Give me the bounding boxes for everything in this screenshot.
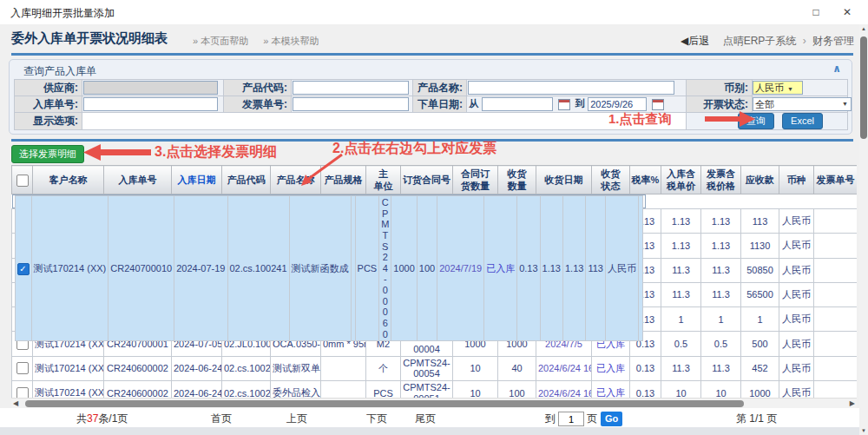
cell-invoice-price-with-tax: 11.3 bbox=[701, 282, 741, 306]
horizontal-scrollbar-thumb[interactable] bbox=[25, 400, 744, 407]
column-header-contract-no[interactable]: 订货合同号 bbox=[401, 166, 453, 194]
inbound-no-label: 入库单号: bbox=[15, 96, 82, 113]
currency-select[interactable]: 人民币▼ bbox=[753, 81, 803, 95]
column-header-invoice-no[interactable]: 发票单号 bbox=[814, 166, 858, 194]
cell-inbound-no: CR240700010 bbox=[108, 196, 174, 341]
cell-currency: 人民币 bbox=[605, 196, 638, 341]
cell-received-qty: 40 bbox=[498, 356, 536, 380]
invoice-status-label: 开票状态: bbox=[687, 96, 753, 113]
cell-receive-status[interactable]: 已入库 bbox=[484, 196, 517, 341]
last-page-link[interactable]: 尾页 bbox=[415, 412, 436, 426]
column-header-inbound-date[interactable]: 入库日期 bbox=[172, 166, 222, 194]
column-header-currency[interactable]: 币种 bbox=[779, 166, 814, 194]
excel-button[interactable]: Excel bbox=[782, 113, 823, 129]
page-header: 委外入库单开票状况明细表 » 本页面帮助 » 本模块帮助 ◀后退 点晴ERP子系… bbox=[0, 24, 859, 53]
scroll-right-icon[interactable]: ▶ bbox=[850, 399, 855, 407]
next-page-link[interactable]: 下页 bbox=[366, 412, 387, 426]
annotation-step1: 1.点击查询 bbox=[608, 111, 672, 128]
cell-receivable: 1000 bbox=[741, 380, 779, 398]
cell-receive-status[interactable]: 已入库 bbox=[592, 356, 630, 380]
select-invoice-detail-button[interactable]: 选择发票明细 bbox=[11, 145, 84, 163]
cell-receivable: 50850 bbox=[741, 258, 779, 282]
column-header-tax-rate[interactable]: 税率% bbox=[630, 166, 661, 194]
cell-invoice-price-with-tax: 11.3 bbox=[701, 258, 741, 282]
vertical-scrollbar[interactable]: ▲ ▼ bbox=[859, 24, 868, 435]
cell-unit-price-with-tax: 1 bbox=[661, 307, 701, 332]
column-header-unit[interactable]: 主 单位 bbox=[366, 166, 401, 194]
cell-unit-price-with-tax: 1.13 bbox=[661, 209, 701, 234]
cell-invoice-no bbox=[814, 234, 858, 258]
calendar-icon[interactable] bbox=[558, 99, 570, 110]
product-name-input[interactable] bbox=[468, 81, 674, 95]
page-help-link[interactable]: » 本页面帮助 bbox=[193, 36, 248, 46]
cell-inbound-date: 2024-06-24 bbox=[172, 380, 222, 398]
date-to-input[interactable] bbox=[588, 97, 647, 111]
cell-currency: 人民币 bbox=[779, 332, 814, 356]
prev-page-link[interactable]: 上页 bbox=[286, 412, 307, 426]
column-header-contract-qty[interactable]: 合同订 货数量 bbox=[453, 166, 498, 194]
cell-unit: PCS bbox=[366, 380, 401, 398]
invoice-no-input[interactable] bbox=[293, 97, 409, 111]
column-header-product-code[interactable]: 产品代码 bbox=[222, 166, 271, 194]
cell-receive-status[interactable]: 已入库 bbox=[592, 380, 630, 398]
cell-receive-date: 2024/7/19 bbox=[437, 196, 484, 341]
page-content: 委外入库单开票状况明细表 » 本页面帮助 » 本模块帮助 ◀后退 点晴ERP子系… bbox=[0, 24, 859, 435]
date-from-label: 从 bbox=[469, 98, 478, 109]
collapse-icon[interactable]: ∧ bbox=[832, 63, 841, 75]
column-header-receive-status[interactable]: 收货 状态 bbox=[592, 166, 630, 194]
column-header-inbound-no[interactable]: 入库单号 bbox=[104, 166, 172, 194]
column-header-invoice-price-with-tax[interactable]: 发票含 税价格 bbox=[701, 166, 741, 194]
first-page-link[interactable]: 首页 bbox=[211, 412, 232, 426]
divider-line bbox=[11, 53, 853, 56]
back-button[interactable]: ◀后退 bbox=[681, 35, 709, 47]
cell-receivable: 56500 bbox=[741, 282, 779, 306]
search-button[interactable]: 查询 bbox=[738, 113, 774, 129]
cell-unit: PCS bbox=[355, 196, 379, 341]
column-header-product-spec[interactable]: 产品规格 bbox=[321, 166, 366, 194]
breadcrumb-section[interactable]: 财务管理 bbox=[812, 35, 854, 47]
vertical-scrollbar-thumb[interactable] bbox=[860, 36, 867, 139]
cell-invoice-price-with-tax: 1.13 bbox=[562, 196, 585, 341]
go-button[interactable]: Go bbox=[601, 412, 622, 426]
invoice-no-label: 发票单号: bbox=[224, 96, 292, 113]
page-info: 第 1/1 页 bbox=[736, 412, 777, 426]
column-header-customer-name[interactable]: 客户名称 bbox=[33, 166, 104, 194]
cell-currency: 人民币 bbox=[779, 258, 814, 282]
column-header-receive-date[interactable]: 收货日期 bbox=[536, 166, 592, 194]
cell-unit-price-with-tax: 11.3 bbox=[661, 356, 701, 380]
cell-tax-rate: 0.13 bbox=[630, 356, 661, 380]
cell-unit-price-with-tax: 0.5 bbox=[661, 332, 701, 356]
column-header-unit-price-with-tax[interactable]: 入库含 税单价 bbox=[661, 166, 701, 194]
module-help-link[interactable]: » 本模块帮助 bbox=[263, 36, 319, 46]
product-name-label: 产品名称: bbox=[413, 80, 467, 96]
supplier-input[interactable] bbox=[83, 81, 218, 95]
select-all-checkbox[interactable] bbox=[16, 175, 29, 187]
maximize-icon[interactable]: □ bbox=[809, 5, 823, 19]
column-header-receivable[interactable]: 应收款 bbox=[741, 166, 779, 194]
cell-received-qty: 100 bbox=[498, 380, 536, 398]
cell-product-code: 02.cs.100241 bbox=[227, 196, 289, 341]
scroll-up-icon[interactable]: ▲ bbox=[859, 26, 868, 31]
query-form: 供应商: 产品代码: 产品名称: 币别: 人民币▼ 入库单号: 发票单号: 下单… bbox=[14, 79, 848, 130]
close-icon[interactable]: ✕ bbox=[840, 5, 854, 19]
cell-contract-no: CPMTS24- 00060 bbox=[379, 196, 391, 341]
cell-customer-name: 测试170214 (XX) bbox=[31, 196, 108, 341]
scroll-down-icon[interactable]: ▼ bbox=[859, 428, 868, 433]
page-number-input[interactable] bbox=[558, 412, 584, 426]
calendar-icon[interactable] bbox=[652, 99, 664, 110]
row-checkbox[interactable] bbox=[16, 387, 29, 398]
column-header-product-name[interactable]: 产品名称 bbox=[271, 166, 321, 194]
row-checkbox[interactable] bbox=[16, 362, 29, 374]
product-code-input[interactable] bbox=[293, 81, 409, 95]
column-header-received-qty[interactable]: 收货 数量 bbox=[498, 166, 536, 194]
cell-contract-no: CPMTS24- 00054 bbox=[401, 356, 453, 380]
invoice-status-select[interactable]: 全部▼ bbox=[753, 97, 852, 111]
scroll-left-icon[interactable]: ◀ bbox=[13, 399, 18, 407]
date-from-input[interactable] bbox=[482, 97, 553, 111]
cell-invoice-no bbox=[814, 356, 858, 380]
breadcrumb-app[interactable]: 点晴ERP子系统 bbox=[723, 35, 797, 47]
cell-invoice-no bbox=[814, 209, 858, 234]
inbound-no-input[interactable] bbox=[83, 97, 218, 111]
cell-tax-rate: 0.13 bbox=[517, 196, 540, 341]
row-checkbox[interactable]: ✓ bbox=[17, 263, 30, 275]
